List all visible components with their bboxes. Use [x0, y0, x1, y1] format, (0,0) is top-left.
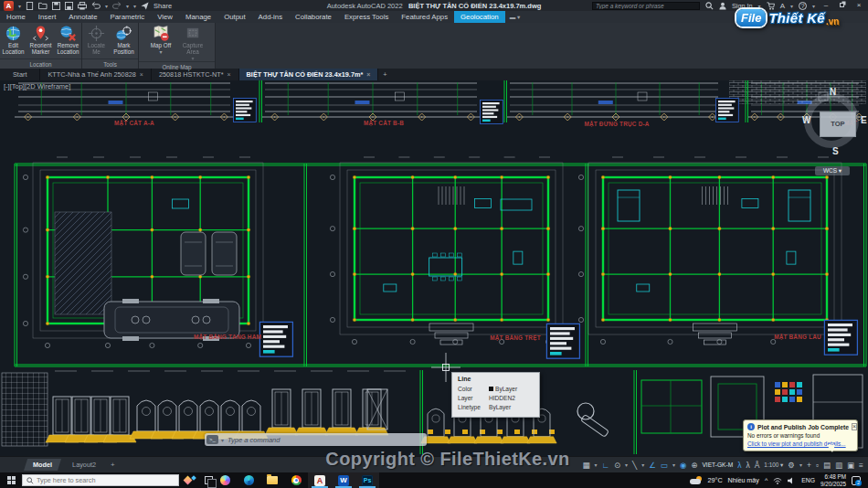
speaker-icon[interactable]: [788, 477, 796, 484]
geo-marker-icon[interactable]: ◉: [680, 461, 686, 470]
temperature-label[interactable]: 29°C: [708, 476, 723, 484]
geo-coordinate-icon[interactable]: ⊕: [691, 461, 697, 470]
close-button[interactable]: ×: [853, 1, 864, 10]
help-caret-icon[interactable]: ▾: [812, 3, 815, 9]
redo-icon[interactable]: [112, 2, 122, 10]
viewcube-south[interactable]: S: [832, 146, 839, 156]
osnap-tracking-icon[interactable]: ∠: [649, 461, 656, 470]
close-tab-icon[interactable]: ×: [366, 69, 370, 80]
hidden-icons-chevron[interactable]: ^: [765, 477, 767, 483]
a-caret-icon[interactable]: ▾: [790, 3, 793, 9]
plot-printer-icon[interactable]: [78, 2, 87, 10]
clock[interactable]: 6:48 PM 9/20/2025: [820, 473, 846, 487]
ribbon-tab-featured-apps[interactable]: Featured Apps: [395, 11, 454, 23]
taskbar-photoshop-icon[interactable]: Ps: [355, 472, 379, 488]
grid-caret-icon[interactable]: ▾: [595, 461, 598, 468]
share-icon[interactable]: [141, 2, 149, 10]
search-icon[interactable]: [705, 2, 714, 10]
new-tab-button[interactable]: +: [378, 69, 391, 80]
ribbon-tab-collaborate[interactable]: Collaborate: [289, 11, 338, 23]
viewport-controls[interactable]: [-][Top][2D Wireframe]: [4, 82, 70, 90]
file-tab-start[interactable]: Start: [0, 69, 40, 80]
grid-toggle-icon[interactable]: ▦: [583, 461, 590, 470]
redo-caret-icon[interactable]: ▾: [126, 3, 129, 9]
taskbar-autocad-icon[interactable]: A: [308, 472, 332, 488]
taskbar-word-icon[interactable]: W: [332, 472, 355, 488]
task-view-icon[interactable]: [205, 476, 213, 484]
taskbar-edge-icon[interactable]: [237, 472, 260, 488]
viewcube-north[interactable]: N: [830, 87, 836, 97]
command-line[interactable]: >_ ▾ Type a command: [205, 433, 427, 446]
notification-link[interactable]: Click to view plot and publish details..…: [747, 440, 853, 447]
osnap-caret-icon[interactable]: ▾: [672, 461, 675, 468]
save-icon[interactable]: [52, 2, 60, 10]
taskbar-chrome-icon[interactable]: [284, 472, 308, 488]
units-icon[interactable]: ▫: [816, 461, 819, 470]
osnap-icon[interactable]: ▭: [661, 461, 668, 470]
undo-caret-icon[interactable]: ▾: [105, 3, 108, 9]
ribbon-tab-parametric[interactable]: Parametric: [104, 11, 152, 23]
ribbon-tab-express-tools[interactable]: Express Tools: [338, 11, 395, 23]
layout2-tab[interactable]: Layout2: [63, 459, 105, 471]
open-folder-icon[interactable]: [38, 2, 48, 10]
remove-location-button[interactable]: Remove Location: [55, 25, 81, 56]
language-indicator[interactable]: ENG: [801, 477, 815, 483]
crs-label[interactable]: VIET-GK-M: [702, 461, 733, 468]
viewcube[interactable]: N W E S TOP WCS ▾: [800, 90, 868, 174]
taskbar-search[interactable]: [22, 474, 179, 486]
map-off-button[interactable]: Map Off ▾: [145, 25, 176, 55]
ribbon-tab-annotate[interactable]: Annotate: [62, 11, 103, 23]
viewcube-west[interactable]: W: [802, 115, 810, 125]
file-tab-biet-thu[interactable]: BIỆT THỰ TÂN CỔ ĐIỂN 23.4x19.7m*×: [239, 69, 379, 80]
taskbar-copilot-icon[interactable]: [213, 472, 237, 488]
mark-position-button[interactable]: Mark Position: [111, 25, 137, 56]
ribbon-tab-insert[interactable]: Insert: [32, 11, 63, 23]
isodraft-icon[interactable]: ╲: [632, 461, 637, 470]
ribbon-tab-manage[interactable]: Manage: [179, 11, 217, 23]
app-menu-caret-icon[interactable]: ▾: [18, 3, 21, 9]
file-tab-kttc[interactable]: KTTC-Nhà a Thế Anh 250828×: [40, 69, 152, 80]
graphics-performance-icon[interactable]: ▥: [835, 461, 842, 470]
share-label[interactable]: Share: [153, 2, 172, 10]
viewcube-east[interactable]: E: [861, 115, 867, 125]
autocad-app-icon[interactable]: A: [4, 1, 14, 11]
start-button[interactable]: [7, 476, 16, 485]
ribbon-collapse-icon[interactable]: ▬ ▾: [505, 11, 525, 23]
help-search-input[interactable]: [592, 2, 700, 10]
notification-close-icon[interactable]: ×: [852, 423, 857, 430]
wcs-button[interactable]: WCS ▾: [815, 166, 850, 175]
annotation-scale-icon[interactable]: Å: [755, 461, 760, 470]
ribbon-tab-output[interactable]: Output: [217, 11, 251, 23]
signin-caret-icon[interactable]: ▾: [758, 3, 761, 9]
workspace-gear-icon[interactable]: ⚙: [788, 461, 795, 470]
ribbon-tab-view[interactable]: View: [151, 11, 179, 23]
action-center-icon[interactable]: 2: [852, 476, 861, 485]
ribbon-tab-addins[interactable]: Add-ins: [252, 11, 289, 23]
drawing-canvas[interactable]: [-][Top][2D Wireframe] MẶT CẮT A-A MẶT C…: [0, 80, 868, 456]
iso-caret-icon[interactable]: ▾: [641, 461, 644, 468]
user-icon[interactable]: [719, 2, 726, 10]
customization-menu-icon[interactable]: ≡: [859, 461, 863, 470]
polar-caret-icon[interactable]: ▾: [625, 461, 628, 468]
reorient-marker-button[interactable]: Reorient Marker: [27, 25, 54, 56]
scale-selector[interactable]: 1:100 ▾: [764, 461, 783, 469]
saveas-icon[interactable]: [65, 2, 73, 10]
close-tab-icon[interactable]: ×: [227, 69, 230, 80]
ribbon-tab-geolocation[interactable]: Geolocation: [454, 11, 505, 23]
viewcube-top-face[interactable]: TOP: [820, 111, 856, 137]
annotation-plus-icon[interactable]: +: [807, 461, 811, 470]
wifi-icon[interactable]: [773, 477, 782, 484]
polar-tracking-icon[interactable]: ⊙: [614, 461, 620, 470]
ortho-toggle-icon[interactable]: ∟: [602, 461, 609, 470]
weather-condition-label[interactable]: Nhiều mây: [728, 476, 759, 484]
annotation-visibility-icon[interactable]: λ: [737, 461, 741, 470]
weather-icon[interactable]: [690, 476, 703, 485]
qat-customize-caret-icon[interactable]: ▾: [133, 3, 136, 9]
taskbar-search-input[interactable]: [37, 476, 155, 484]
gear-caret-icon[interactable]: ▾: [799, 461, 802, 468]
clean-screen-icon[interactable]: ▣: [847, 461, 854, 470]
model-tab[interactable]: Model: [24, 459, 61, 471]
add-layout-button[interactable]: +: [111, 461, 115, 469]
new-file-icon[interactable]: [26, 2, 34, 10]
plot-status-icon[interactable]: ▤: [823, 461, 831, 470]
